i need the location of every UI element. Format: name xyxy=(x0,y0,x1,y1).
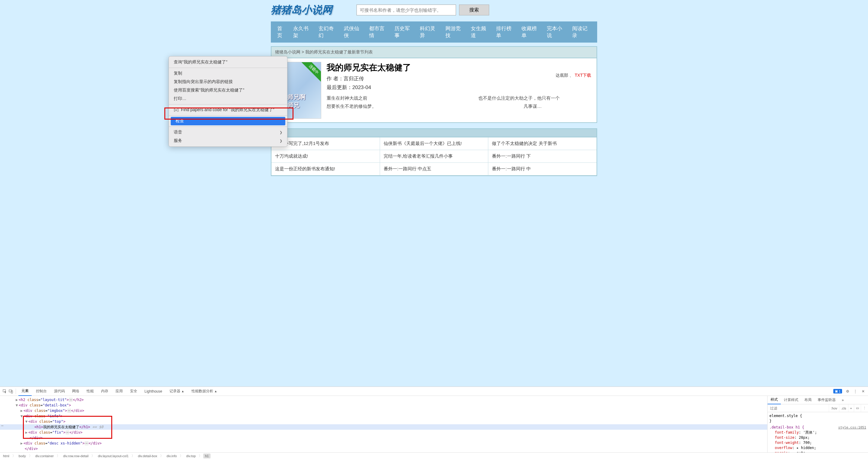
context-menu: 查询"我的师兄实在太稳健了" 复制 复制指向突出显示的内容的链接 使用百度搜索"… xyxy=(168,56,287,147)
chapter-link[interactable]: 做了个不太稳健的决定 关于新书 xyxy=(488,137,596,150)
chapter-table: 新番外写完了,12月1号发布 仙侠新书《天庭最后一个大佬》已上线! 做了个不太稳… xyxy=(271,137,597,176)
ctx-separator xyxy=(169,115,287,116)
ctx-separator xyxy=(169,126,287,127)
nav-item[interactable]: 阅读记录 xyxy=(569,22,594,42)
nav-item[interactable]: 女生频道 xyxy=(467,22,493,42)
nav-item[interactable]: 玄幻奇幻 xyxy=(315,22,341,42)
nav-item[interactable]: 网游竞技 xyxy=(442,22,467,42)
chapter-link[interactable]: 仙侠新书《天庭最后一个大佬》已上线! xyxy=(380,137,489,150)
chapter-section-head xyxy=(271,128,597,137)
ctx-print[interactable]: 打印… xyxy=(169,94,287,103)
chapter-link[interactable]: 番外一:一路同行 中 xyxy=(488,163,596,175)
ctx-baidu-search[interactable]: 使用百度搜索"我的师兄实在太稳健了" xyxy=(169,86,287,94)
update-line: 最后更新：2023-04 xyxy=(327,84,592,91)
ctx-search-selection[interactable]: 查询"我的师兄实在太稳健了" xyxy=(169,58,287,66)
table-row: 这是一份正经的新书发布通知! 番外一:一路同行 中点五 番外一:一路同行 中 xyxy=(272,163,596,175)
book-links: 达底部 、 TXT下载 xyxy=(556,73,591,78)
nav-item[interactable]: 排行榜单 xyxy=(493,22,518,42)
ctx-separator xyxy=(169,104,287,105)
papers-icon: ⟦x⟧ xyxy=(174,108,179,112)
search-button[interactable]: 搜索 xyxy=(459,4,489,16)
breadcrumb-current: 我的师兄实在太稳健了最新章节列表 xyxy=(305,50,373,54)
book-info: 我的师兄实在太稳健了 作 者：言归正传 最后更新：2023-04 重生在封神大战… xyxy=(327,62,592,119)
chevron-right-icon: ❯ xyxy=(280,131,282,134)
header: 猪猪岛小说网 搜索 xyxy=(271,0,597,22)
search-wrap: 搜索 xyxy=(356,4,489,16)
main-nav: 首页 永久书架 玄幻奇幻 武侠仙侠 都市言情 历史军事 科幻灵异 网游竞技 女生… xyxy=(271,22,597,42)
chapter-link[interactable]: 十万均成就达成! xyxy=(272,150,380,163)
nav-item[interactable]: 收藏榜单 xyxy=(518,22,544,42)
site-logo[interactable]: 猪猪岛小说网 xyxy=(271,3,332,17)
breadcrumb-home[interactable]: 猪猪岛小说网 xyxy=(275,50,300,54)
chapter-link[interactable]: 这是一份正经的新书发布通知! xyxy=(272,163,380,175)
ctx-copy[interactable]: 复制 xyxy=(169,69,287,78)
status-ribbon: 连载中 xyxy=(301,62,321,82)
breadcrumb-sep: > xyxy=(302,50,304,54)
chevron-right-icon: ❯ xyxy=(280,139,282,143)
link-bottom[interactable]: 达底部 xyxy=(556,73,568,78)
ctx-speech[interactable]: 语音❯ xyxy=(169,128,287,137)
nav-item[interactable]: 历史军事 xyxy=(391,22,416,42)
nav-item[interactable]: 科幻灵异 xyxy=(416,22,442,42)
table-row: 新番外写完了,12月1号发布 仙侠新书《天庭最后一个大佬》已上线! 做了个不太稳… xyxy=(272,137,596,150)
nav-item[interactable]: 都市言情 xyxy=(366,22,391,42)
nav-item[interactable]: 永久书架 xyxy=(290,22,315,42)
nav-item[interactable]: 首页 xyxy=(274,22,290,42)
ctx-copy-link[interactable]: 复制指向突出显示的内容的链接 xyxy=(169,78,287,86)
breadcrumb: 猪猪岛小说网 > 我的师兄实在太稳健了最新章节列表 xyxy=(271,46,597,58)
chapter-link[interactable]: 番外一:一路同行 中点五 xyxy=(380,163,489,175)
book-title: 我的师兄实在太稳健了 xyxy=(327,62,592,74)
book-desc: 重生在封神大战之前 也不是什么注定的大劫之子，他只有一个 想要长生不老的修仙梦。… xyxy=(327,94,592,110)
ctx-find-papers[interactable]: ⟦x⟧Find papers and code for "我的师兄实在太稳健了" xyxy=(169,106,287,114)
chapter-link[interactable]: 番外一:一路同行 下 xyxy=(488,150,596,163)
search-input[interactable] xyxy=(356,4,456,16)
author-line: 作 者：言归正传 xyxy=(327,75,592,82)
ctx-inspect[interactable]: 检查 xyxy=(171,117,285,125)
nav-item[interactable]: 武侠仙侠 xyxy=(341,22,366,42)
table-row: 十万均成就达成! 完结一年,给读者老爷汇报几件小事 番外一:一路同行 下 xyxy=(272,150,596,163)
book-detail: 连载中 师兄啊师兄 我的师兄实在太稳健了 作 者：言归正传 最后更新：2023-… xyxy=(271,58,597,123)
nav-item[interactable]: 完本小说 xyxy=(544,22,569,42)
chapter-link[interactable]: 完结一年,给读者老爷汇报几件小事 xyxy=(380,150,489,163)
link-txt-download[interactable]: TXT下载 xyxy=(575,73,591,78)
ctx-services[interactable]: 服务❯ xyxy=(169,137,287,145)
chapter-link[interactable]: 新番外写完了,12月1号发布 xyxy=(272,137,380,150)
cover-text: 师兄啊师兄 xyxy=(287,93,310,109)
